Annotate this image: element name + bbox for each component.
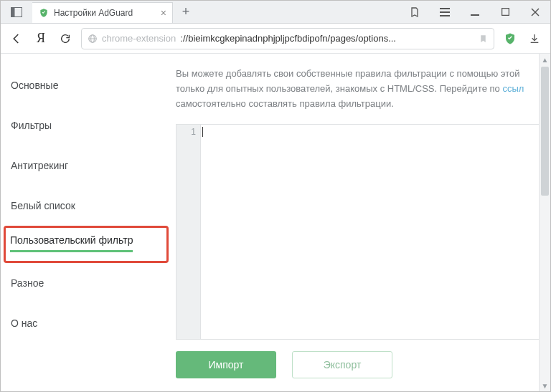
globe-icon <box>88 34 98 44</box>
reader-icon[interactable] <box>400 1 430 23</box>
sidebar-item-misc[interactable]: Разное <box>1 263 54 303</box>
svg-rect-2 <box>440 8 450 9</box>
sidebar-item-general[interactable]: Основные <box>1 65 68 105</box>
editor-gutter: 1 <box>176 125 201 339</box>
new-tab-button[interactable]: + <box>173 1 199 23</box>
svg-rect-4 <box>440 15 450 16</box>
svg-rect-5 <box>471 14 479 16</box>
sidebar-item-about[interactable]: О нас <box>1 303 47 343</box>
svg-rect-1 <box>11 7 15 16</box>
svg-rect-3 <box>440 11 450 13</box>
import-button[interactable]: Импорт <box>176 351 276 378</box>
download-icon[interactable] <box>526 30 543 47</box>
browser-tab[interactable]: Настройки AdGuard × <box>32 2 173 23</box>
bookmark-icon[interactable] <box>479 34 488 44</box>
scroll-thumb[interactable] <box>541 67 549 196</box>
editor-body[interactable] <box>201 125 545 339</box>
sidebar-toggle-icon[interactable] <box>1 1 32 23</box>
minimize-button[interactable] <box>460 1 490 23</box>
rules-editor[interactable]: 1 <box>176 124 546 340</box>
browser-window: Настройки AdGuard × + Я <box>0 0 551 392</box>
editor-cursor <box>202 127 203 137</box>
url-path: ://bieimkcgkepinadnphjpljpcfbdipofn/page… <box>180 33 396 44</box>
reload-button[interactable] <box>57 30 74 47</box>
page-content: Основные Фильтры Антитрекинг Белый списо… <box>1 54 550 391</box>
scroll-down-icon[interactable]: ▼ <box>540 380 550 391</box>
line-number: 1 <box>176 127 196 137</box>
sidebar-item-whitelist[interactable]: Белый список <box>1 186 85 226</box>
maximize-button[interactable] <box>490 1 520 23</box>
export-button[interactable]: Экспорт <box>292 351 392 378</box>
vertical-scrollbar[interactable]: ▲ ▼ <box>539 54 550 391</box>
footer-buttons: Импорт Экспорт <box>176 340 550 384</box>
menu-icon[interactable] <box>430 1 460 23</box>
shield-icon <box>38 7 50 19</box>
adguard-shield-icon[interactable] <box>501 30 519 47</box>
sidebar-item-userfilter[interactable]: Пользовательский фильтр <box>10 234 133 252</box>
sidebar-item-filters[interactable]: Фильтры <box>1 105 62 145</box>
url-scheme: chrome-extension <box>102 33 176 44</box>
scroll-up-icon[interactable]: ▲ <box>540 54 550 65</box>
close-button[interactable] <box>520 1 550 23</box>
description-text: Вы можете добавлять свои собственные пра… <box>176 67 550 111</box>
sidebar-item-antitracking[interactable]: Антитрекинг <box>1 145 78 186</box>
description-link[interactable]: ссыл <box>502 83 524 94</box>
settings-sidebar: Основные Фильтры Антитрекинг Белый списо… <box>1 54 171 391</box>
address-bar[interactable]: chrome-extension://bieimkcgkepinadnphjpl… <box>81 28 494 49</box>
toolbar: Я chrome-extension://bieimkcgkepinadnphj… <box>1 24 550 54</box>
tab-title: Настройки AdGuard <box>54 8 156 18</box>
close-icon[interactable]: × <box>161 7 166 19</box>
sidebar-item-userfilter-highlight: Пользовательский фильтр <box>4 226 169 263</box>
back-button[interactable] <box>8 30 25 47</box>
titlebar: Настройки AdGuard × + <box>1 1 550 24</box>
main-panel: Вы можете добавлять свои собственные пра… <box>171 54 550 391</box>
svg-rect-6 <box>501 9 509 16</box>
yandex-logo-icon[interactable]: Я <box>32 30 50 47</box>
